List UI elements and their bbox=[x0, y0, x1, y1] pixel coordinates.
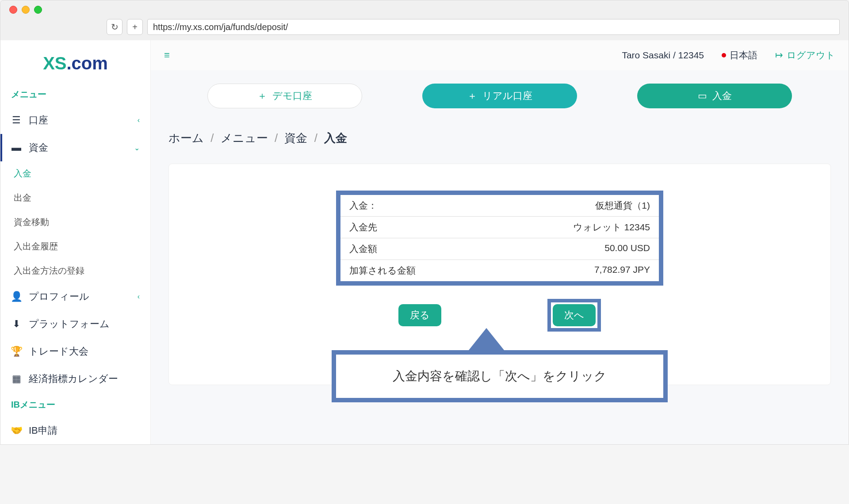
sidebar-label: プロフィール bbox=[29, 290, 89, 303]
download-icon: ⬇ bbox=[11, 318, 22, 330]
sidebar-label: 経済指標カレンダー bbox=[29, 372, 118, 386]
row-label: 入金先 bbox=[349, 221, 377, 233]
instruction-callout: 入金内容を確認し「次へ」をクリック bbox=[332, 328, 668, 402]
chevron-left-icon: ‹ bbox=[138, 293, 140, 301]
sidebar-item-ib-apply[interactable]: 🤝 IB申請 bbox=[0, 417, 150, 444]
main-content: ≡ Taro Sasaki / 12345 日本語 ↦ ログアウト ＋ bbox=[151, 40, 849, 444]
language-selector[interactable]: 日本語 bbox=[722, 49, 757, 61]
close-icon[interactable] bbox=[9, 6, 17, 14]
crumb-sep: / bbox=[314, 131, 317, 145]
language-label: 日本語 bbox=[730, 49, 757, 61]
ib-menu-header: IBメニュー bbox=[0, 393, 150, 417]
action-row: ＋ デモ口座 ＋ リアル口座 ▭ 入金 bbox=[151, 70, 849, 122]
logo-com: com bbox=[72, 53, 108, 73]
callout-text: 入金内容を確認し「次へ」をクリック bbox=[332, 350, 668, 402]
summary-row: 入金先 ウォレット 12345 bbox=[340, 217, 659, 238]
topbar-right: Taro Sasaki / 12345 日本語 ↦ ログアウト bbox=[622, 49, 835, 61]
app-root: XS.com メニュー ☰ 口座 ‹ ▬ 資金 ⌄ 入金 出金 資金移動 bbox=[0, 40, 849, 444]
next-button[interactable]: 次へ bbox=[553, 304, 596, 326]
trophy-icon: 🏆 bbox=[11, 346, 22, 357]
wallet-icon: ▬ bbox=[11, 142, 22, 153]
crumb-menu[interactable]: メニュー bbox=[221, 131, 268, 145]
crumb-home[interactable]: ホーム bbox=[168, 131, 204, 145]
summary-row: 入金額 50.00 USD bbox=[340, 238, 659, 260]
deposit-card: 入金： 仮想通貨（1) 入金先 ウォレット 12345 入金額 50.00 US… bbox=[168, 164, 831, 385]
logo-dot: . bbox=[66, 53, 71, 73]
browser-toolbar: ↻ + https://my.xs.com/ja/funds/deposit/ bbox=[0, 19, 849, 40]
demo-account-button[interactable]: ＋ デモ口座 bbox=[207, 84, 362, 108]
logout-icon: ↦ bbox=[775, 50, 783, 61]
button-label: リアル口座 bbox=[482, 89, 532, 103]
sidebar-item-platform[interactable]: ⬇ プラットフォーム bbox=[0, 310, 150, 338]
user-icon: 👤 bbox=[11, 291, 22, 302]
logout-label: ログアウト bbox=[787, 49, 835, 61]
plus-icon: ＋ bbox=[257, 89, 267, 103]
browser-window: ↻ + https://my.xs.com/ja/funds/deposit/ … bbox=[0, 0, 849, 445]
sidebar-label: 口座 bbox=[29, 114, 48, 127]
sidebar-label: トレード大会 bbox=[29, 345, 88, 358]
maximize-icon[interactable] bbox=[34, 6, 42, 14]
sidebar-item-profile[interactable]: 👤 プロフィール ‹ bbox=[0, 283, 150, 310]
user-info: Taro Sasaki / 12345 bbox=[622, 50, 704, 61]
new-tab-button[interactable]: + bbox=[127, 19, 143, 35]
summary-row: 加算される金額 7,782.97 JPY bbox=[340, 260, 659, 281]
row-label: 加算される金額 bbox=[349, 264, 416, 277]
sidebar-label: プラットフォーム bbox=[29, 317, 110, 331]
calendar-icon: ▦ bbox=[11, 373, 22, 385]
logo-xs: XS bbox=[43, 53, 66, 73]
plus-icon: ＋ bbox=[467, 89, 477, 103]
card-icon: ▭ bbox=[698, 90, 707, 102]
sidebar-sub-methods[interactable]: 入出金方法の登録 bbox=[0, 259, 150, 283]
url-bar[interactable]: https://my.xs.com/ja/funds/deposit/ bbox=[147, 19, 840, 35]
sidebar-item-calendar[interactable]: ▦ 経済指標カレンダー bbox=[0, 365, 150, 393]
minimize-icon[interactable] bbox=[22, 6, 30, 14]
handshake-icon: 🤝 bbox=[11, 425, 22, 436]
sidebar: XS.com メニュー ☰ 口座 ‹ ▬ 資金 ⌄ 入金 出金 資金移動 bbox=[0, 40, 151, 444]
chevron-down-icon: ⌄ bbox=[134, 144, 140, 152]
summary-row: 入金： 仮想通貨（1) bbox=[340, 195, 659, 217]
next-highlight: 次へ bbox=[547, 299, 601, 332]
logo[interactable]: XS.com bbox=[0, 45, 150, 82]
reload-button[interactable]: ↻ bbox=[107, 19, 122, 35]
button-row: 戻る 次へ bbox=[187, 299, 813, 332]
logout-button[interactable]: ↦ ログアウト bbox=[775, 49, 835, 61]
real-account-button[interactable]: ＋ リアル口座 bbox=[422, 84, 577, 108]
list-icon: ☰ bbox=[11, 115, 22, 126]
row-value: 仮想通貨（1) bbox=[595, 199, 650, 212]
back-button[interactable]: 戻る bbox=[398, 304, 441, 326]
hamburger-icon[interactable]: ≡ bbox=[164, 50, 170, 61]
topbar: ≡ Taro Sasaki / 12345 日本語 ↦ ログアウト bbox=[151, 40, 849, 70]
japan-flag-icon bbox=[722, 53, 726, 57]
crumb-current: 入金 bbox=[324, 131, 347, 145]
sidebar-sub-history[interactable]: 入出金履歴 bbox=[0, 234, 150, 259]
breadcrumb: ホーム / メニュー / 資金 / 入金 bbox=[151, 122, 849, 155]
callout-arrow-icon bbox=[469, 328, 504, 350]
button-label: 入金 bbox=[712, 89, 732, 103]
row-value: ウォレット 12345 bbox=[573, 221, 650, 233]
chevron-left-icon: ‹ bbox=[138, 116, 140, 124]
browser-titlebar bbox=[0, 0, 849, 19]
sidebar-label: IB申請 bbox=[29, 424, 57, 437]
row-value: 7,782.97 JPY bbox=[594, 264, 650, 277]
button-label: デモ口座 bbox=[272, 89, 312, 103]
sidebar-sub-deposit[interactable]: 入金 bbox=[0, 161, 150, 186]
menu-header: メニュー bbox=[0, 82, 150, 107]
sidebar-item-contest[interactable]: 🏆 トレード大会 bbox=[0, 338, 150, 365]
row-value: 50.00 USD bbox=[604, 243, 650, 255]
sidebar-item-account[interactable]: ☰ 口座 ‹ bbox=[0, 107, 150, 134]
crumb-sep: / bbox=[210, 131, 214, 145]
row-label: 入金額 bbox=[349, 243, 377, 255]
summary-table: 入金： 仮想通貨（1) 入金先 ウォレット 12345 入金額 50.00 US… bbox=[340, 195, 659, 281]
deposit-summary: 入金： 仮想通貨（1) 入金先 ウォレット 12345 入金額 50.00 US… bbox=[336, 191, 663, 286]
deposit-button[interactable]: ▭ 入金 bbox=[637, 84, 792, 108]
sidebar-sub-withdraw[interactable]: 出金 bbox=[0, 186, 150, 210]
sidebar-label: 資金 bbox=[29, 141, 48, 154]
crumb-funds[interactable]: 資金 bbox=[284, 131, 307, 145]
row-label: 入金： bbox=[349, 199, 377, 212]
crumb-sep: / bbox=[275, 131, 278, 145]
sidebar-sub-transfer[interactable]: 資金移動 bbox=[0, 210, 150, 234]
sidebar-item-funds[interactable]: ▬ 資金 ⌄ bbox=[0, 134, 150, 161]
